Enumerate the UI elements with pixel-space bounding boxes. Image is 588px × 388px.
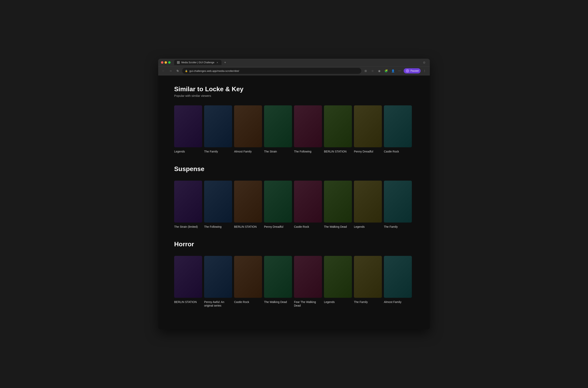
media-card [264,256,292,298]
list-item[interactable]: Almost Family [234,103,264,155]
user-icon[interactable]: 👤 [390,68,396,74]
media-title: BERLIN STATION [174,300,202,304]
browser-menu-icon[interactable]: ⋮ [422,68,427,74]
screen-reader-icon[interactable]: ⊞ [363,68,368,74]
media-title: Legends [174,150,202,153]
list-item[interactable]: Legends [174,103,204,155]
similar-section: Similar to Locke & Key Popular with simi… [174,85,414,155]
refresh-button[interactable]: ↻ [175,68,180,74]
suspense-section: Suspense The Strain (limited) The Follow… [174,165,414,231]
horror-media-grid: BERLIN STATION Penny Awful: An original … [174,254,414,309]
list-item[interactable]: Penny Dreadful [264,179,294,231]
traffic-lights [161,61,171,64]
list-item[interactable]: BERLIN STATION [234,179,264,231]
media-title: Almost Family [384,300,412,304]
media-card [234,181,262,222]
media-card [384,181,412,222]
similar-media-grid: Legends The Family Almost Family The Str… [174,103,414,155]
media-title: Penny Awful: An original series [204,300,232,307]
back-button[interactable]: ← [161,68,166,74]
media-title: The Following [294,150,322,153]
media-title: Legends [354,225,382,229]
media-title: The Strain (limited) [174,225,202,229]
list-item[interactable]: The Strain [264,103,294,155]
media-card [324,105,352,147]
list-item[interactable]: The Walking Dead [264,254,294,309]
media-card [174,181,202,222]
media-title: Legends [324,300,352,304]
media-card [294,105,322,147]
cast-icon[interactable]: ⋯ [397,68,403,74]
list-item[interactable]: Almost Family [384,254,414,309]
list-item[interactable]: Castle Rock [384,103,414,155]
list-item[interactable]: BERLIN STATION [174,254,204,309]
media-card [234,256,262,298]
media-title: The Walking Dead [324,225,352,229]
horror-section: Horror BERLIN STATION Penny Awful: An or… [174,241,414,309]
horror-section-title: Horror [174,241,414,248]
list-item[interactable]: Legends [354,179,384,231]
list-item[interactable]: Legends [324,254,354,309]
list-item[interactable]: The Strain (limited) [174,179,204,231]
bookmark-icon[interactable]: ☆ [370,68,375,74]
list-item[interactable]: The Following [294,103,324,155]
media-card [324,181,352,222]
media-title: Almost Family [234,150,262,153]
media-title: Fear The Walking Dead [294,300,322,307]
list-item[interactable]: The Family [204,103,234,155]
list-item[interactable]: Castle Rock [234,254,264,309]
media-card [354,105,382,147]
tab-close-button[interactable]: ✕ [216,61,219,64]
media-card [234,105,262,147]
forward-button[interactable]: → [168,68,173,74]
tab-bar: Media Scroller | GUI Challenge ✕ + [174,60,420,65]
list-item[interactable]: Castle Rock [294,179,324,231]
list-item[interactable]: BERLIN STATION [324,103,354,155]
address-bar[interactable]: 🔒 gui-challenges.web.app/media-scroller/… [182,68,361,74]
new-tab-button[interactable]: + [223,60,228,65]
media-title: BERLIN STATION [324,150,352,153]
media-title: Castle Rock [234,300,262,304]
nav-bar: ← → ↻ 🔒 gui-challenges.web.app/media-scr… [158,67,430,75]
media-card [204,256,232,298]
media-card [294,256,322,298]
minimize-button[interactable] [165,61,167,64]
media-title: Penny Dreadful [354,150,382,153]
list-item[interactable]: The Family [384,179,414,231]
close-button[interactable] [161,61,163,64]
media-title: The Family [354,300,382,304]
media-card [384,105,412,147]
media-title: Castle Rock [384,150,412,153]
window-settings-icon[interactable]: ⊙ [421,60,427,65]
extension-color-icon[interactable]: ◉ [377,68,382,74]
media-card [354,256,382,298]
title-bar: Media Scroller | GUI Challenge ✕ + ⊙ [158,59,430,67]
list-item[interactable]: The Family [354,254,384,309]
tab-favicon [177,61,180,64]
list-item[interactable]: Penny Awful: An original series [204,254,234,309]
url-text: gui-challenges.web.app/media-scroller/di… [189,70,239,73]
active-tab[interactable]: Media Scroller | GUI Challenge ✕ [174,60,222,65]
media-card [294,181,322,222]
media-card [204,105,232,147]
media-title: The Walking Dead [264,300,292,304]
media-title: The Following [204,225,232,229]
list-item[interactable]: The Following [204,179,234,231]
media-title: The Strain [264,150,292,153]
media-title: Castle Rock [294,225,322,229]
list-item[interactable]: Penny Dreadful [354,103,384,155]
nav-right-controls: ⊞ ☆ ◉ 🧩 👤 ⋯ Paused ⋮ [363,68,427,74]
media-card [264,105,292,147]
list-item[interactable]: Fear The Walking Dead [294,254,324,309]
similar-section-subtitle: Popular with similar viewers [174,94,414,97]
profile-button[interactable]: Paused [404,68,421,73]
maximize-button[interactable] [168,61,171,64]
suspense-media-grid: The Strain (limited) The Following BERLI… [174,179,414,231]
similar-section-title: Similar to Locke & Key [174,85,414,93]
media-card [204,181,232,222]
puzzle-icon[interactable]: 🧩 [383,68,389,74]
media-card [174,105,202,147]
media-card [324,256,352,298]
list-item[interactable]: The Walking Dead [324,179,354,231]
media-card [264,181,292,222]
